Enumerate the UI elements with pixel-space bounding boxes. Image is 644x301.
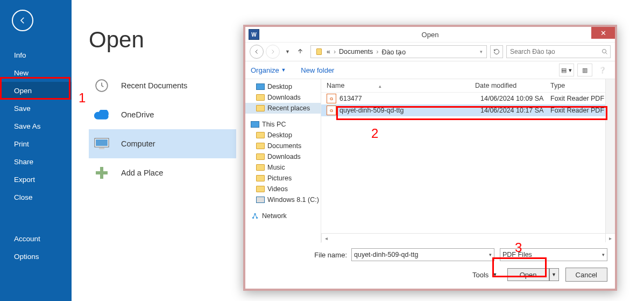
tree-network[interactable]: Network (245, 211, 321, 221)
nav-back-icon[interactable] (250, 45, 264, 59)
option-label: Add a Place (121, 169, 163, 177)
annotation-number-2: 2 (371, 126, 378, 141)
option-onedrive[interactable]: OneDrive (89, 100, 236, 129)
open-button[interactable]: Open (507, 268, 549, 281)
menu-account[interactable]: Account (0, 230, 72, 248)
annotation-number-3: 3 (515, 240, 522, 255)
view-button[interactable]: ▤ ▾ (559, 64, 574, 76)
file-row[interactable]: Gquyet-dinh-509-qd-ttg 14/06/2024 10:17 … (321, 104, 615, 116)
col-name[interactable]: Name ▴ (321, 82, 470, 89)
menu-save[interactable]: Save (0, 100, 72, 117)
tree-pc-pictures[interactable]: Pictures (245, 173, 321, 184)
col-date[interactable]: Date modified (470, 82, 545, 89)
tree-downloads[interactable]: Downloads (245, 92, 321, 103)
option-addplace[interactable]: Add a Place (89, 158, 236, 187)
nav-up-icon[interactable] (296, 47, 304, 57)
option-recent[interactable]: Recent Documents (89, 71, 236, 100)
pdf-icon: G (327, 94, 336, 103)
chevron-down-icon[interactable]: ▼ (285, 49, 290, 54)
menu-close[interactable]: Close (0, 188, 72, 206)
chevron-down-icon[interactable]: ▾ (489, 252, 492, 257)
open-split-button[interactable]: ▼ (549, 268, 559, 281)
filename-field[interactable]: quyet-dinh-509-qd-ttg▾ (351, 248, 494, 261)
back-button[interactable] (12, 10, 33, 31)
tree-desktop[interactable]: Desktop (245, 81, 321, 92)
folder-icon (315, 47, 323, 56)
option-label: Computer (121, 139, 155, 148)
file-headers: Name ▴ Date modified Type (321, 79, 615, 93)
open-dialog: W Open ✕ ▼ «› Documents› Đào tạo ▾ Organ… (243, 25, 617, 291)
cloud-icon (94, 107, 109, 122)
nav-forward-icon (266, 45, 280, 59)
file-list: Name ▴ Date modified Type G613477 14/06/… (321, 79, 615, 243)
pdf-icon: G (327, 106, 336, 115)
computer-icon (251, 120, 259, 129)
menu-options[interactable]: Options (0, 248, 72, 265)
option-label: OneDrive (121, 110, 154, 119)
plus-icon (94, 165, 109, 180)
chevron-down-icon[interactable]: ▾ (480, 49, 483, 54)
folder-icon (256, 93, 265, 102)
tree-pc-music[interactable]: Music (245, 162, 321, 173)
option-computer[interactable]: Computer (89, 129, 236, 158)
file-row[interactable]: G613477 14/06/2024 10:09 SA Foxit Reader… (321, 93, 615, 104)
option-label: Recent Documents (121, 81, 187, 90)
organize-button[interactable]: Organize ▼ (251, 66, 286, 74)
search-input[interactable] (506, 45, 611, 58)
menu-print[interactable]: Print (0, 135, 72, 153)
crumb-folder[interactable]: Đào tạo (381, 48, 406, 56)
backstage-sidebar: Info New Open Save Save As Print Share E… (0, 0, 72, 301)
svg-point-4 (603, 50, 606, 53)
help-icon[interactable]: ❔ (596, 64, 610, 76)
preview-button[interactable]: ▥ (577, 64, 592, 76)
scrollbar-horizontal[interactable]: ◂▸ (321, 233, 615, 243)
scrollbar-vertical[interactable] (605, 79, 615, 234)
svg-rect-3 (99, 148, 104, 149)
menu-info[interactable]: Info (0, 46, 72, 64)
filename-label: File name: (253, 251, 351, 259)
crumb-root[interactable]: « (327, 48, 330, 55)
refresh-icon[interactable] (490, 45, 503, 58)
menu-open[interactable]: Open (0, 82, 72, 100)
tree-pc-desktop[interactable]: Desktop (245, 130, 321, 141)
menu-saveas[interactable]: Save As (0, 117, 72, 135)
folder-icon (256, 104, 265, 113)
tree-pc-videos[interactable]: Videos (245, 184, 321, 194)
dialog-footer: File name: quyet-dinh-509-qd-ttg▾ PDF Fi… (245, 243, 615, 282)
menu-new[interactable]: New (0, 64, 72, 82)
tree-pc-documents[interactable]: Documents (245, 141, 321, 151)
drive-icon (256, 195, 265, 204)
svg-rect-2 (96, 139, 108, 146)
annotation-number-1: 1 (79, 90, 86, 106)
menu-export[interactable]: Export (0, 171, 72, 188)
network-icon (251, 212, 259, 220)
tree-pc-drive-c[interactable]: Windows 8.1 (C:) (245, 194, 321, 205)
tree-pc-downloads[interactable]: Downloads (245, 151, 321, 162)
tree-thispc[interactable]: This PC (245, 119, 321, 130)
dialog-title: Open (245, 31, 615, 39)
crumb-documents[interactable]: Documents (339, 48, 373, 55)
dialog-toolbar: Organize ▼ New folder ▤ ▾ ▥ ❔ (245, 61, 615, 79)
tree-recentplaces[interactable]: Recent places (245, 103, 321, 114)
newfolder-button[interactable]: New folder (301, 66, 334, 74)
close-icon[interactable]: ✕ (591, 27, 615, 39)
menu-share[interactable]: Share (0, 153, 72, 171)
tools-button[interactable]: Tools ▼ (472, 271, 498, 279)
nav-tree: Desktop Downloads Recent places This PC … (245, 79, 321, 243)
clock-icon (94, 78, 109, 93)
cancel-button[interactable]: Cancel (565, 268, 607, 282)
dialog-nav: ▼ «› Documents› Đào tạo ▾ (245, 42, 615, 61)
col-type[interactable]: Type (545, 82, 615, 89)
breadcrumb[interactable]: «› Documents› Đào tạo ▾ (310, 45, 487, 58)
dialog-titlebar: W Open ✕ (245, 27, 615, 42)
chevron-down-icon[interactable]: ▾ (602, 252, 605, 257)
computer-icon (94, 136, 109, 151)
search-icon (601, 48, 608, 55)
monitor-icon (256, 82, 265, 91)
backstage-menu: Info New Open Save Save As Print Share E… (0, 46, 72, 265)
